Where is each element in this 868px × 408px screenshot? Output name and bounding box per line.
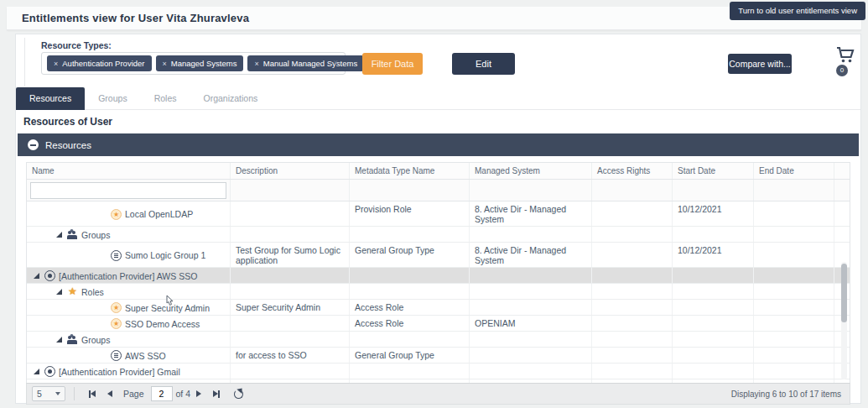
cell-managed-system: OPENIAM: [470, 316, 592, 331]
table-row[interactable]: [Authentication Provider] AWS SSO: [27, 268, 850, 284]
cell-end-date: [754, 332, 834, 347]
auth-provider-icon: [44, 270, 55, 281]
row-name-label: Local OpenLDAP: [125, 209, 193, 219]
col-header-name[interactable]: Name: [27, 163, 231, 179]
tree-expand-icon[interactable]: [34, 273, 39, 279]
filter-section: Resource Types: ×Authentication Provider…: [24, 38, 852, 86]
col-header-end-date[interactable]: End Date: [754, 163, 834, 179]
col-header-access-rights[interactable]: Access Rights: [592, 163, 673, 179]
filter-data-button[interactable]: Filter Data: [362, 53, 423, 75]
prev-page-button[interactable]: [107, 390, 112, 397]
tree-expand-icon[interactable]: [34, 369, 39, 374]
table-row[interactable]: SSO Demo AccessAccess RoleOPENIAM: [27, 316, 850, 332]
table-row[interactable]: Local OpenLDAPProvision Role8. Active Di…: [27, 201, 850, 227]
resources-panel-header[interactable]: Resources: [18, 133, 859, 156]
tag-managed-systems[interactable]: ×Managed Systems: [156, 55, 244, 71]
cell-end-date: [754, 227, 834, 242]
group-icon: [111, 350, 122, 361]
row-name-label: SSO Demo Access: [125, 319, 200, 329]
page-size-select[interactable]: 5: [32, 386, 65, 401]
next-page-button[interactable]: [196, 390, 201, 397]
cell-start-date: [673, 268, 754, 283]
cell-name: [Authentication Provider] AWS SSO: [27, 268, 231, 283]
tag-close-icon[interactable]: ×: [54, 60, 58, 68]
col-header-metadata-type[interactable]: Metadata Type Name: [350, 163, 470, 179]
cell-description: for access to SSO: [231, 348, 350, 363]
tree-expand-icon[interactable]: [56, 289, 62, 295]
cell-start-date: [673, 316, 754, 331]
resource-types-label: Resource Types:: [41, 40, 112, 50]
cell-managed-system: 8. Active Dir - Managed System: [470, 201, 592, 226]
pagination-status: Displaying 6 to 10 of 17 items: [731, 390, 841, 399]
cell-metadata-type: General Group Type: [350, 243, 470, 267]
cell-name: Sumo Logic Group 1: [27, 243, 231, 267]
table-row[interactable]: Groups: [27, 332, 850, 348]
table-header-row: Name Description Metadata Type Name Mana…: [27, 163, 850, 180]
cell-name: Roles: [27, 284, 231, 299]
vertical-scrollbar[interactable]: [841, 262, 847, 379]
groups-folder-icon: [67, 229, 78, 240]
cell-description: Super Security Admin: [231, 300, 350, 315]
cell-metadata-type: [350, 227, 470, 242]
row-name-label: Sumo Logic Group 1: [125, 250, 205, 260]
tree-expand-icon[interactable]: [56, 337, 62, 343]
cell-name: AWS SSO: [27, 348, 231, 363]
old-entitlements-view-button[interactable]: Turn to old user entitlements view: [730, 2, 865, 20]
tab-resources[interactable]: Resources: [16, 87, 85, 110]
table-row[interactable]: [Authentication Provider] Gmail: [27, 364, 850, 379]
last-page-button[interactable]: [213, 390, 220, 398]
scrollbar-thumb[interactable]: [841, 264, 847, 322]
cell-name: Super Security Admin: [27, 300, 231, 315]
cell-start-date: 10/12/2021: [673, 201, 754, 226]
role-icon: [111, 318, 122, 329]
refresh-icon[interactable]: [234, 390, 243, 399]
cell-managed-system: [470, 348, 592, 363]
page-number-input[interactable]: [151, 386, 173, 401]
cell-access-rights: [592, 300, 673, 315]
col-header-description[interactable]: Description: [231, 163, 350, 179]
cell-description: [231, 284, 350, 299]
first-page-button[interactable]: [89, 390, 96, 398]
cell-start-date: [673, 227, 754, 242]
roles-folder-icon: [67, 286, 78, 297]
row-name-label: [Authentication Provider] AWS SSO: [59, 271, 197, 281]
edit-button[interactable]: Edit: [452, 53, 515, 75]
tab-organizations[interactable]: Organizations: [190, 87, 272, 110]
cell-start-date: [673, 284, 754, 299]
table-row[interactable]: Roles: [27, 284, 850, 300]
clear-all-icon[interactable]: ×: [333, 58, 338, 67]
cart-icon[interactable]: 0: [835, 46, 860, 76]
table-row[interactable]: AWS SSOfor access to SSOGeneral Group Ty…: [27, 348, 850, 364]
table-row[interactable]: Super Security AdminSuper Security Admin…: [27, 300, 850, 316]
tag-close-icon[interactable]: ×: [163, 60, 167, 68]
panel-title: Resources: [45, 140, 91, 150]
tag-close-icon[interactable]: ×: [254, 60, 258, 68]
row-name-label: Roles: [81, 287, 104, 297]
resource-types-multiselect[interactable]: ×Authentication Provider ×Managed System…: [41, 52, 346, 75]
resources-table: Name Description Metadata Type Name Mana…: [26, 162, 850, 384]
collapse-minus-icon[interactable]: [28, 139, 39, 150]
cell-access-rights: [592, 268, 673, 283]
tag-manual-managed-systems[interactable]: ×Manual Managed Systems: [247, 55, 364, 71]
col-header-managed-system[interactable]: Managed System: [470, 163, 592, 179]
table-row[interactable]: Groups: [27, 227, 850, 243]
shopping-cart-icon: [835, 46, 855, 65]
cell-managed-system: [470, 364, 592, 379]
col-header-start-date[interactable]: Start Date: [673, 163, 754, 179]
row-name-label: [Authentication Provider] Gmail: [59, 367, 180, 377]
table-row[interactable]: Sumo Logic Group 1Test Group for Sumo Lo…: [27, 243, 850, 268]
cell-managed-system: 8. Active Dir - Managed System: [470, 243, 592, 267]
cell-end-date: [754, 268, 834, 283]
tag-authentication-provider[interactable]: ×Authentication Provider: [47, 55, 152, 71]
compare-with-button[interactable]: Compare with...: [728, 54, 792, 74]
tab-groups[interactable]: Groups: [85, 87, 140, 110]
cell-name: SSO Demo Access: [27, 316, 231, 331]
name-filter-input[interactable]: [30, 182, 226, 199]
groups-folder-icon: [67, 334, 78, 345]
page-label: Page: [123, 389, 144, 399]
cell-metadata-type: Access Role: [350, 316, 470, 331]
mouse-cursor-icon: [164, 295, 175, 312]
tab-roles[interactable]: Roles: [141, 87, 190, 110]
tree-expand-icon[interactable]: [56, 232, 62, 238]
cell-end-date: [754, 316, 834, 331]
